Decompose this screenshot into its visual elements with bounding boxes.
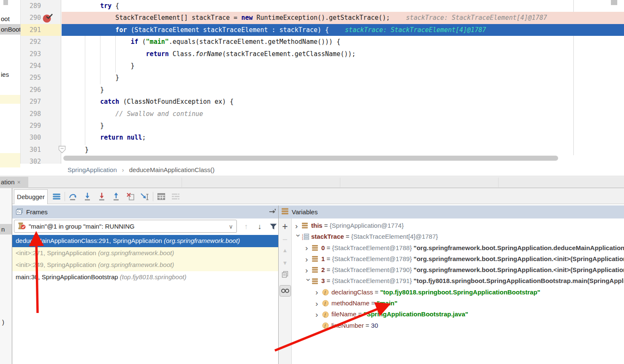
field-icon: f	[322, 311, 331, 318]
gutter-line-number[interactable]: 290	[21, 12, 61, 24]
frame-row[interactable]: <init>:271, SpringApplication (org.sprin…	[12, 247, 278, 259]
frame-package: (org.springframework.boot)	[164, 237, 240, 244]
tree-chevron-icon[interactable]	[295, 222, 302, 230]
gutter-line-number[interactable]: 297	[21, 96, 61, 108]
show-execution-point-icon[interactable]	[51, 191, 62, 202]
variable-row[interactable]: ffileName = "SpringApplicationBootstrap.…	[292, 309, 624, 320]
gutter-line-number[interactable]: 289	[21, 0, 61, 12]
gutter-line-number[interactable]: 296	[21, 84, 61, 96]
thread-selector-dropdown[interactable]: "main"@1 in group "main": RUNNING ∨	[14, 220, 237, 233]
code-token: (stackTraceElement.getClassName());	[222, 50, 355, 58]
duplicate-watch-icon[interactable]	[279, 271, 291, 280]
code-token: }	[100, 86, 104, 94]
next-frame-button[interactable]: ↓	[254, 221, 265, 232]
step-out-icon[interactable]	[111, 191, 122, 202]
equals-sign: =	[325, 243, 332, 253]
breadcrumb-method[interactable]: deduceMainApplicationClass()	[129, 166, 215, 173]
field-icon: f	[322, 300, 331, 307]
variable-row[interactable]: fdeclaringClass = "top.fjy8018.springboo…	[292, 287, 624, 298]
code-line: try {	[62, 0, 624, 12]
frame-row[interactable]: deduceMainApplicationClass:291, SpringAp…	[12, 235, 278, 247]
close-icon[interactable]: ×	[17, 179, 21, 186]
tree-chevron-icon[interactable]	[295, 234, 303, 241]
variable-row[interactable]: 123stackTrace = {StackTraceElement[4]@17…	[292, 231, 624, 242]
code-token: "main"	[146, 38, 169, 46]
array-icon: 123	[302, 234, 311, 240]
variables-tree: this = {SpringApplication@1774}123stackT…	[292, 220, 624, 331]
background-tree-fragment: onBoot	[1, 26, 21, 33]
variable-row[interactable]: flineNumber = 30	[292, 320, 624, 331]
editor-horizontal-scrollbar[interactable]	[63, 156, 558, 161]
variable-row[interactable]: 2 = {StackTraceElement@1790} "org.spring…	[292, 264, 624, 275]
tree-chevron-icon[interactable]	[305, 278, 313, 285]
dock-pin-icon[interactable]	[269, 208, 277, 216]
background-editor-tab[interactable]: ation×	[0, 177, 28, 188]
toolwindow-tab-strip: ation×	[0, 177, 624, 188]
step-into-icon[interactable]	[82, 191, 93, 202]
variable-row[interactable]: 3 = {StackTraceElement@1791} "top.fjy801…	[292, 275, 624, 286]
tree-chevron-icon[interactable]	[315, 288, 322, 296]
gutter-line-number[interactable]: 294	[21, 60, 61, 72]
filter-frames-icon[interactable]	[268, 221, 279, 232]
variables-panel: this = {SpringApplication@1774}123stackT…	[292, 218, 624, 364]
add-watch-icon[interactable]: +	[279, 221, 291, 232]
bookmark-icon[interactable]	[58, 146, 66, 155]
value-icon	[312, 245, 321, 251]
gutter-line-number[interactable]: 300	[21, 132, 61, 143]
gutter-line-number[interactable]: 291	[21, 24, 61, 36]
tree-chevron-icon[interactable]	[315, 299, 322, 307]
gutter-line-number[interactable]: 299	[21, 120, 61, 132]
editor-vertical-scroll-thumb[interactable]	[611, 0, 617, 5]
tree-chevron-icon[interactable]	[315, 310, 322, 318]
layout-settings-icon[interactable]	[170, 191, 181, 202]
tree-chevron-icon[interactable]	[305, 244, 312, 252]
drop-frame-icon[interactable]	[125, 191, 136, 202]
remove-watch-icon[interactable]: −	[279, 235, 291, 245]
toolbar-separator	[153, 192, 153, 201]
gutter-line-number[interactable]: 292	[21, 36, 61, 48]
editor-code-area[interactable]: try {StackTraceElement[] stackTrace = ne…	[62, 0, 624, 155]
tree-chevron-icon[interactable]	[305, 255, 312, 263]
code-line: catch (ClassNotFoundException ex) {	[62, 96, 624, 108]
variable-name: this	[311, 220, 323, 231]
variable-value: "top.fjy8018.springboot.SpringApplicatio…	[414, 275, 624, 286]
variable-row[interactable]: this = {SpringApplication@1774}	[292, 220, 624, 231]
previous-frame-button[interactable]: ↑	[241, 221, 252, 232]
step-over-icon[interactable]	[68, 191, 79, 202]
show-watches-toggle-icon[interactable]	[279, 285, 291, 298]
background-scroll-thumb[interactable]	[3, 0, 8, 5]
code-token: // Swallow and continue	[115, 110, 203, 118]
variables-panel-title: Variables	[292, 208, 317, 216]
move-down-icon[interactable]: ▼	[279, 260, 291, 266]
debugger-tab-row: Debugger	[12, 188, 624, 204]
tree-chevron-icon[interactable]	[305, 266, 312, 274]
frame-location: <init>:249, SpringApplication	[16, 261, 98, 268]
breakpoint-icon[interactable]	[42, 13, 53, 25]
variables-panel-header: Variables	[279, 205, 624, 218]
value-icon	[312, 267, 321, 273]
gutter-line-number[interactable]: 301	[21, 144, 61, 156]
move-up-icon[interactable]: ▲	[279, 247, 291, 253]
tab-debugger[interactable]: Debugger	[14, 189, 48, 204]
frame-row[interactable]: main:30, SpringApplicationBootstrap (top…	[12, 271, 278, 283]
force-step-into-icon[interactable]	[96, 191, 107, 202]
variable-reference: {StackTraceElement@1791}	[332, 275, 413, 286]
variable-name: methodName	[331, 298, 369, 309]
gutter-line-number[interactable]: 293	[21, 48, 61, 60]
gutter-line-number[interactable]: 295	[21, 72, 61, 84]
inline-debugger-hint: stackTrace: StackTraceElement[4]@1787	[406, 14, 547, 22]
gutter-line-number[interactable]: 298	[21, 108, 61, 120]
variable-reference: {SpringApplication@1774}	[330, 220, 404, 231]
run-to-cursor-icon[interactable]	[139, 191, 150, 202]
tab-separator	[498, 178, 499, 187]
gutter-line-number[interactable]: 302	[21, 156, 61, 164]
variable-value: "SpringApplicationBootstrap.java"	[364, 309, 468, 320]
background-highlight-row	[0, 153, 20, 167]
variable-row[interactable]: 1 = {StackTraceElement@1789} "org.spring…	[292, 253, 624, 264]
evaluate-expression-icon[interactable]	[156, 191, 167, 202]
variable-row[interactable]: fmethodName = "main"	[292, 298, 624, 309]
code-line: if ("main".equals(stackTraceElement.getM…	[62, 36, 624, 48]
variable-row[interactable]: 0 = {StackTraceElement@1788} "org.spring…	[292, 243, 624, 253]
breadcrumb-class[interactable]: SpringApplication	[68, 166, 117, 173]
frame-row[interactable]: <init>:249, SpringApplication (org.sprin…	[12, 259, 278, 271]
